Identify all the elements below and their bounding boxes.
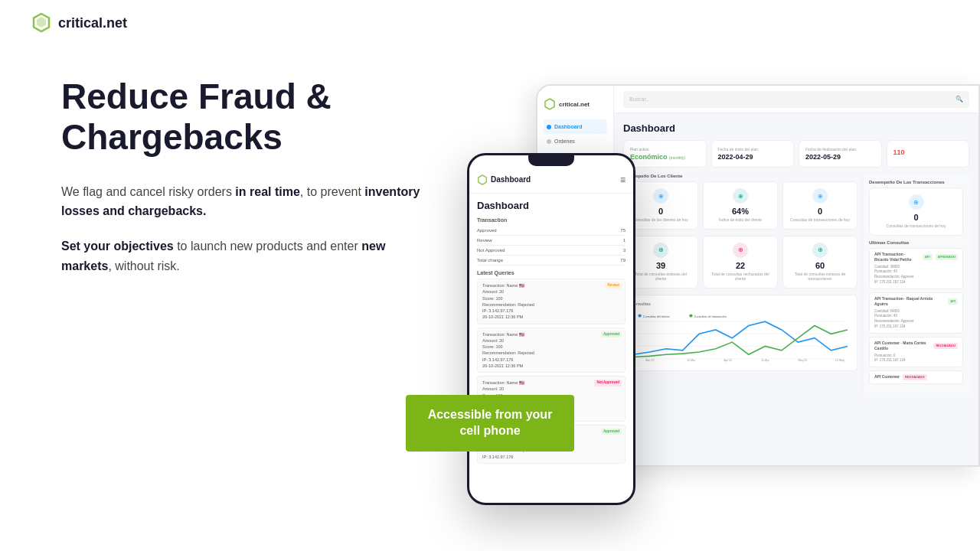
- tablet-card-end: Fecha de finalización del plan 2022-05-2…: [799, 140, 882, 168]
- tablet-logo: critical.net: [544, 95, 607, 119]
- cell-phone-banner: Accessible from your cell phone: [406, 395, 574, 452]
- phone-table-row-review: Review 1: [477, 236, 626, 246]
- svg-marker-1: [37, 17, 46, 28]
- phone-dashboard-title: Dashboard: [477, 200, 626, 211]
- tablet-topbar: Buscar... 🔍: [614, 86, 978, 113]
- phone-query-0: Review Transaction: Name 🇺🇸 Amount: 20 S…: [477, 279, 626, 324]
- tablet-nav-dashboard[interactable]: Dashboard: [544, 119, 607, 134]
- logo-text: critical.net: [58, 15, 127, 31]
- phone-title-text: Dashboard: [491, 175, 620, 184]
- svg-text:15 Apr: 15 Apr: [761, 358, 770, 361]
- body-text-1: We flag and cancel risky orders in real …: [61, 182, 429, 221]
- query-badge-2: Not Approved: [594, 380, 622, 386]
- tablet-stats-section: Desempeño De Los Cliente ⊕ 0 Consultas d…: [623, 174, 969, 393]
- svg-text:Consultas del cliente: Consultas del cliente: [643, 315, 670, 318]
- logo-icon: [31, 12, 52, 34]
- tablet-main: Buscar... 🔍 Dashboard Plan activo Económ…: [614, 86, 978, 465]
- right-panel-item-2: API Customer · María Cortés Castillo REC…: [869, 337, 963, 368]
- phone-query-1: Approved Transaction: Name 🇺🇸 Amount: 20…: [477, 328, 626, 373]
- right-panel-item-3: API Customer RECHAZADO: [869, 370, 963, 384]
- query-badge-0: Review: [605, 282, 622, 289]
- phone-mockup: Dashboard ≡ Dashboard Transaction Approv…: [467, 153, 635, 505]
- tablet-search[interactable]: Buscar... 🔍: [623, 91, 969, 108]
- tablet-stat-4: ⊕ 22 Total de consultas rechazadas del c…: [703, 236, 778, 289]
- tablet-stat-2: ⊕ 0 Consultas de transacciones de hoy: [782, 181, 858, 230]
- tablet-chart: Consultas: [623, 295, 858, 371]
- navbar: critical.net: [0, 0, 980, 46]
- svg-text:15 Mar: 15 Mar: [687, 358, 696, 361]
- svg-text:May'22: May'22: [798, 358, 807, 361]
- main-heading: Reduce Fraud & Chargebacks: [61, 77, 429, 158]
- tablet-card-number: 110: [887, 140, 970, 168]
- last-queries-title: Ultimas Consultas: [869, 240, 963, 245]
- chart-title: Consultas: [630, 302, 851, 306]
- tablet-stats-main: Desempeño De Los Cliente ⊕ 0 Consultas d…: [623, 174, 858, 393]
- right-stat-icon: ⊕: [909, 194, 924, 210]
- phone-inner: Dashboard ≡ Dashboard Transaction Approv…: [469, 166, 633, 503]
- stat-icon-5: ⊕: [812, 243, 828, 258]
- right-panel-item-0: API Transaction · Ricardo Vidal Petiño A…: [869, 248, 963, 289]
- tablet-stat-1: ⊕ 64% Índice de éxito del cliente: [703, 181, 778, 230]
- query-badge-1: Approved: [601, 331, 622, 338]
- phone-table-row-approved: Approved 75: [477, 226, 626, 236]
- phone-notch: [528, 155, 574, 166]
- logo[interactable]: critical.net: [31, 12, 127, 34]
- tablet-logo-text: critical.net: [559, 101, 590, 108]
- right-panel-title: Desempeño De Las Transacciones: [869, 180, 963, 184]
- svg-marker-21: [479, 174, 487, 184]
- svg-marker-2: [545, 99, 554, 109]
- tablet-right-stat-0: ⊕ 0 Consultas de transacciones de hoy: [869, 187, 963, 236]
- banner-text: Accessible from your cell phone: [428, 408, 553, 437]
- tablet-content: Dashboard Plan activo Económico (monthly…: [614, 113, 978, 403]
- chart-svg: 0 1 2 3 Mar'22 15 Mar Apr'22 15 Apr M: [630, 309, 851, 363]
- tablet-nav-ordenes[interactable]: Ordenes: [544, 134, 607, 148]
- svg-point-17: [638, 314, 641, 317]
- tablet-stats-row1: ⊕ 0 Consultas de los clientes de hoy ⊕ 6…: [623, 181, 858, 230]
- hamburger-icon[interactable]: ≡: [620, 174, 626, 185]
- query-badge-3: Approved: [601, 429, 622, 435]
- tablet-plan-cards: Plan activo Económico (monthly) Fecha de…: [623, 140, 969, 168]
- tablet-card-plan: Plan activo Económico (monthly): [623, 140, 707, 168]
- tablet-right-stats-row: ⊕ 0 Consultas de transacciones de hoy: [869, 187, 963, 236]
- stats-title: Desempeño De Los Cliente: [623, 174, 858, 178]
- svg-text:Apr'22: Apr'22: [724, 358, 732, 361]
- stat-icon-2: ⊕: [812, 188, 828, 204]
- svg-point-19: [689, 314, 692, 317]
- tablet-right-panel: Desempeño De Las Transacciones ⊕ 0 Consu…: [862, 174, 969, 393]
- stat-icon-4: ⊕: [733, 243, 748, 258]
- phone-logo-icon: [477, 174, 488, 185]
- phone-latest-title: Latest Queries: [477, 270, 626, 276]
- body-text-2: Set your objectives to launch new produc…: [61, 236, 429, 276]
- stat-icon-1: ⊕: [733, 188, 748, 204]
- mockup-area: critical.net Dashboard Ordenes Clientes …: [398, 61, 980, 536]
- hero-section: Reduce Fraud & Chargebacks We flag and c…: [61, 77, 429, 276]
- phone-table-row-total: Total change 79: [477, 256, 626, 266]
- tablet-logo-icon: [544, 98, 556, 110]
- stat-icon-0: ⊕: [653, 188, 668, 204]
- tablet-stats-row2: ⊕ 39 Total de consultas exitosas del cli…: [623, 236, 858, 289]
- phone-table: Approved 75 Review 1 Not Approved 3 Tota…: [477, 226, 626, 266]
- phone-table-row-not-approved: Not Approved 3: [477, 246, 626, 256]
- stat-icon-3: ⊕: [653, 243, 668, 258]
- phone-transaction-title: Transaction: [477, 217, 626, 223]
- phone-topbar: Dashboard ≡: [469, 166, 633, 194]
- svg-text:Consultas de transacción: Consultas de transacción: [694, 315, 727, 318]
- right-panel-item-1: API Transaction · Raquel Arriola Aguirre…: [869, 292, 963, 334]
- tablet-dashboard-title: Dashboard: [623, 122, 969, 134]
- tablet-card-start: Fecha de inicio del plan 2022-04-29: [711, 140, 795, 168]
- svg-text:15 May: 15 May: [835, 358, 844, 361]
- tablet-stat-5: ⊕ 60 Total de consultas exitosas de tran…: [782, 236, 858, 289]
- svg-text:Mar'22: Mar'22: [645, 358, 654, 361]
